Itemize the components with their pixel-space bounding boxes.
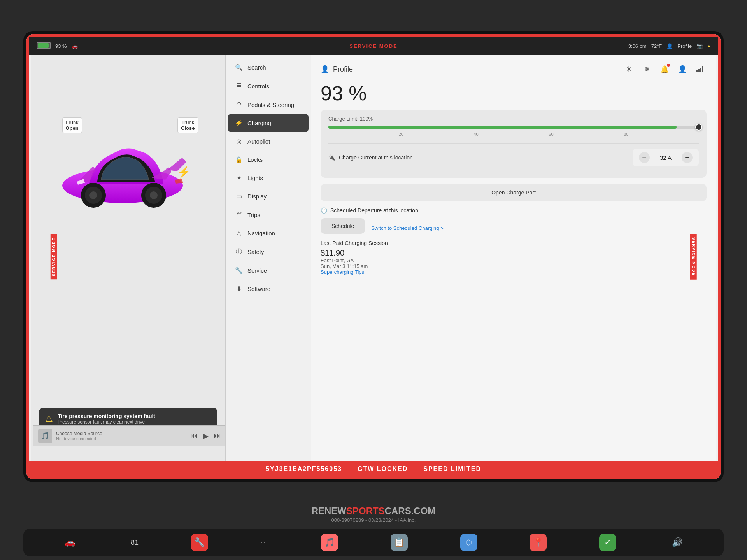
taskbar-volume-icon[interactable]: 🔊	[669, 534, 686, 551]
supercharging-tips-link[interactable]: Supercharging Tips	[321, 269, 707, 275]
software-icon: ⬇	[235, 285, 243, 292]
taskbar-music-icon[interactable]: 🎵	[321, 534, 338, 551]
taskbar-wrench-icon[interactable]: 🔧	[191, 534, 208, 551]
svg-rect-8	[237, 85, 241, 86]
sidebar-autopilot-label: Autopilot	[247, 138, 270, 145]
sidebar-display-label: Display	[247, 193, 267, 200]
sidebar-item-lights[interactable]: ✦ Lights	[228, 169, 309, 187]
sidebar-item-locks[interactable]: 🔒 Locks	[228, 150, 309, 169]
frunk-title: Frunk	[66, 119, 79, 125]
sidebar-item-controls[interactable]: Controls	[228, 77, 309, 95]
profile-title: 👤 Profile	[321, 65, 353, 74]
speed-limited-label: SPEED LIMITED	[423, 466, 481, 472]
locks-icon: 🔒	[235, 156, 243, 163]
open-charge-port-button[interactable]: Open Charge Port	[321, 184, 707, 201]
sidebar-search-label: Search	[247, 64, 266, 71]
sidebar-menu: 🔍 Search Controls	[226, 55, 311, 461]
warning-triangle-icon: ⚠	[45, 414, 53, 424]
sidebar-item-pedals[interactable]: Pedals & Steering	[228, 95, 309, 114]
sidebar-item-safety[interactable]: ⓘ Safety	[228, 242, 309, 261]
media-source-label: Choose Media Source	[56, 431, 187, 436]
taskbar-more-icon[interactable]: ···	[260, 539, 268, 547]
battery-icon	[37, 42, 51, 50]
taskbar-navigate-icon[interactable]: 📍	[530, 534, 547, 551]
status-bar-right: 3:06 pm 72°F 👤 Profile 📷 ●	[628, 43, 710, 49]
last-charging-location: East Point, GA	[321, 257, 707, 263]
safety-icon: ⓘ	[235, 248, 243, 256]
taskbar-contacts-icon[interactable]: 📋	[391, 534, 408, 551]
warning-title: Tire pressure monitoring system fault	[58, 413, 155, 419]
scale-20: 20	[399, 132, 403, 136]
profile-label-status: Profile	[677, 43, 692, 49]
sidebar-service-label: Service	[247, 267, 267, 274]
last-charging-section: Last Paid Charging Session $11.90 East P…	[321, 240, 707, 275]
charge-stepper[interactable]: − 32 A +	[633, 149, 699, 166]
signal-icon-btn[interactable]	[694, 63, 707, 75]
frunk-label[interactable]: Frunk Open	[62, 117, 82, 133]
charge-increase-button[interactable]: +	[682, 152, 693, 163]
sidebar-charging-label: Charging	[247, 120, 271, 126]
scheduled-departure-text: Scheduled Departure at this location	[330, 207, 418, 214]
trunk-label[interactable]: Trunk Close	[177, 117, 198, 133]
screen-content: 93 % 🚗 SERVICE MODE 3:06 pm 72°F 👤 Profi…	[26, 34, 721, 479]
trips-icon	[235, 211, 243, 219]
car-container: Frunk Open Trunk Close	[54, 114, 202, 230]
media-player-bar[interactable]: 🎵 Choose Media Source No device connecte…	[33, 425, 226, 446]
pedals-icon	[235, 101, 243, 108]
sidebar-lights-label: Lights	[247, 175, 263, 181]
next-track-icon[interactable]: ⏭	[214, 432, 221, 440]
sun-icon-btn[interactable]: ☀	[622, 63, 635, 75]
charge-decrease-button[interactable]: −	[639, 152, 650, 163]
sidebar-locks-label: Locks	[247, 156, 263, 163]
frunk-status: Open	[66, 125, 79, 131]
notification-dot	[667, 64, 670, 67]
svg-rect-12	[700, 68, 701, 72]
taskbar: 🚗 81 🔧 ··· 🎵 📋 ⬡ 📍 ✓ 🔊	[23, 529, 724, 556]
time-display: 3:06 pm	[628, 43, 647, 49]
sidebar-item-charging[interactable]: ⚡ Charging	[228, 114, 309, 132]
scheduled-departure-section: 🕐 Scheduled Departure at this location S…	[321, 207, 707, 234]
charge-slider-thumb[interactable]	[695, 124, 702, 131]
service-mode-right: SERVICE MODE	[690, 234, 696, 280]
sidebar-item-navigation[interactable]: △ Navigation	[228, 224, 309, 242]
left-panel: Frunk Open Trunk Close	[31, 55, 226, 461]
svg-rect-9	[237, 86, 241, 87]
person-icon-btn[interactable]: 👤	[676, 63, 689, 75]
charge-limit-card: Charge Limit: 100% 20 40 60 80	[321, 110, 707, 178]
service-bottom-bar: 5YJ3E1EA2PF556053 GTW LOCKED SPEED LIMIT…	[29, 461, 718, 477]
snowflake-icon-btn[interactable]: ❄	[640, 63, 653, 75]
svg-rect-10	[696, 70, 698, 72]
svg-rect-7	[237, 83, 241, 84]
camera-icon: 📷	[696, 43, 703, 49]
car-icon-status: 🚗	[72, 43, 78, 49]
media-controls[interactable]: ⏮ ▶ ⏭	[191, 432, 221, 440]
sidebar-pedals-label: Pedals & Steering	[247, 102, 294, 108]
charging-main-content: 👤 Profile ☀ ❄ 🔔 👤	[311, 55, 716, 461]
prev-track-icon[interactable]: ⏮	[191, 432, 198, 440]
brand-text: RENEWSPORTSCARS.COM	[312, 506, 436, 516]
sidebar-item-trips[interactable]: Trips	[228, 205, 309, 224]
autopilot-icon: ◎	[235, 138, 243, 145]
status-bar: 93 % 🚗 SERVICE MODE 3:06 pm 72°F 👤 Profi…	[29, 37, 718, 55]
taskbar-green-icon[interactable]: ✓	[599, 534, 616, 551]
switch-to-charging-link[interactable]: Switch to Scheduled Charging >	[371, 225, 443, 231]
taskbar-car-icon[interactable]: 🚗	[61, 534, 78, 551]
car-visualization: Frunk Open Trunk Close	[31, 59, 225, 285]
sidebar-item-service[interactable]: 🔧 Service	[228, 261, 309, 280]
play-icon[interactable]: ▶	[203, 432, 209, 440]
svg-point-6	[150, 191, 158, 199]
taskbar-bluetooth-icon[interactable]: ⬡	[460, 534, 477, 551]
profile-user-icon: 👤	[321, 65, 329, 74]
search-icon: 🔍	[235, 64, 243, 71]
sidebar-item-autopilot[interactable]: ◎ Autopilot	[228, 132, 309, 150]
charge-slider[interactable]	[328, 126, 699, 129]
bell-icon-btn[interactable]: 🔔	[658, 63, 671, 75]
schedule-button[interactable]: Schedule	[321, 218, 365, 234]
profile-icon-row: ☀ ❄ 🔔 👤	[622, 63, 707, 75]
sidebar-item-display[interactable]: ▭ Display	[228, 187, 309, 205]
brand-sports: SPORTS	[346, 506, 385, 516]
sidebar-item-software[interactable]: ⬇ Software	[228, 280, 309, 298]
speed-display: 81	[131, 539, 139, 547]
sidebar-item-search[interactable]: 🔍 Search	[228, 58, 309, 77]
scale-40: 40	[473, 132, 478, 136]
